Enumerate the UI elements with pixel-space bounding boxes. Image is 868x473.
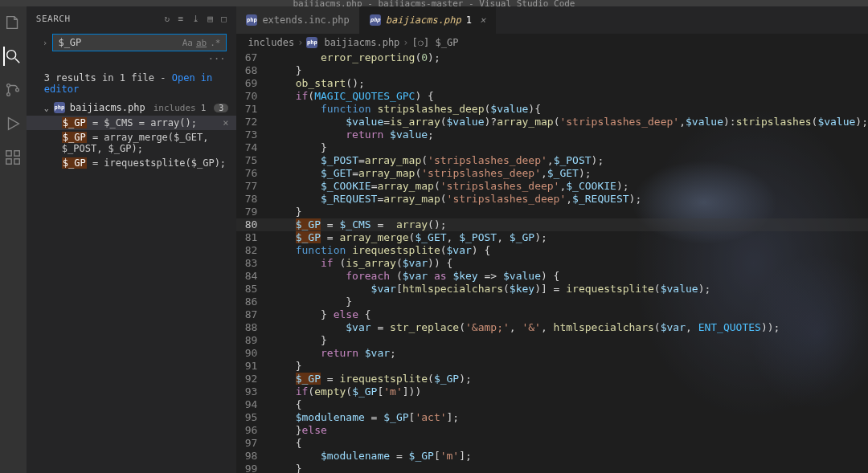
code-line[interactable]: 67 error_reporting(0); bbox=[236, 51, 868, 64]
line-number: 77 bbox=[236, 180, 270, 193]
line-number: 83 bbox=[236, 257, 270, 270]
code-line[interactable]: 72 $value=is_array($value)?array_map('st… bbox=[236, 116, 868, 128]
code-line[interactable]: 86 } bbox=[236, 296, 868, 308]
editor-tab[interactable]: phpextends.inc.php bbox=[236, 6, 359, 34]
code-content: } bbox=[270, 360, 301, 373]
chevron-right-icon: › bbox=[403, 37, 408, 48]
match-word-toggle[interactable]: ab bbox=[196, 38, 207, 48]
result-count-badge: 3 bbox=[214, 104, 228, 112]
search-result-line[interactable]: $_GP = irequestsplite($_GP); bbox=[27, 156, 237, 170]
code-line[interactable]: 68 } bbox=[236, 64, 868, 77]
chevron-right-icon[interactable]: › bbox=[43, 38, 48, 48]
code-line[interactable]: 90 return $var; bbox=[236, 347, 868, 360]
line-number: 86 bbox=[236, 296, 270, 308]
editor-tab[interactable]: phpbaijiacms.php 1× bbox=[360, 6, 496, 34]
source-control-icon[interactable] bbox=[3, 80, 23, 100]
code-content: $modulename = $_GP['m']; bbox=[270, 450, 471, 463]
code-content: }else bbox=[270, 424, 326, 437]
svg-rect-9 bbox=[14, 159, 19, 164]
line-number: 87 bbox=[236, 308, 270, 321]
code-content: $modulename = $_GP['act']; bbox=[270, 411, 459, 424]
code-line[interactable]: 94 { bbox=[236, 398, 868, 411]
search-result-line[interactable]: $_GP = $_CMS = array();× bbox=[27, 116, 237, 130]
svg-rect-6 bbox=[6, 151, 11, 156]
code-line[interactable]: 75 $_POST=array_map('stripslashes_deep',… bbox=[236, 154, 868, 167]
code-line[interactable]: 69 ob_start(); bbox=[236, 77, 868, 90]
code-line[interactable]: 78 $_REQUEST=array_map('stripslashes_dee… bbox=[236, 193, 868, 206]
line-number: 84 bbox=[236, 270, 270, 283]
dismiss-icon[interactable]: × bbox=[223, 117, 228, 128]
code-line[interactable]: 82 function irequestsplite($var) { bbox=[236, 244, 868, 257]
files-icon[interactable] bbox=[3, 13, 23, 32]
svg-line-1 bbox=[15, 59, 20, 63]
match-case-toggle[interactable]: Aa bbox=[182, 38, 193, 48]
code-line[interactable]: 85 $var[htmlspecialchars($key)] = ireque… bbox=[236, 283, 868, 296]
tab-bar: phpextends.inc.phpphpbaijiacms.php 1× bbox=[236, 6, 868, 34]
line-number: 96 bbox=[236, 424, 270, 437]
code-content: $var[htmlspecialchars($key)] = irequests… bbox=[270, 283, 710, 296]
search-icon[interactable] bbox=[3, 47, 23, 66]
line-number: 95 bbox=[236, 411, 270, 424]
code-content: if (is_array($var)) { bbox=[270, 257, 452, 270]
line-number: 93 bbox=[236, 385, 270, 398]
refresh-icon[interactable]: ↻ bbox=[164, 14, 170, 24]
svg-rect-7 bbox=[14, 151, 19, 156]
breadcrumb-item[interactable]: baijiacms.php bbox=[324, 37, 399, 48]
breadcrumb-item[interactable]: [❍] $_GP bbox=[412, 37, 459, 48]
code-line[interactable]: 92 $_GP = irequestsplite($_GP); bbox=[236, 373, 868, 385]
view-icon[interactable]: ▤ bbox=[207, 14, 213, 24]
code-content: error_reporting(0); bbox=[270, 51, 440, 64]
extensions-icon[interactable] bbox=[3, 148, 23, 167]
line-number: 79 bbox=[236, 206, 270, 218]
debug-icon[interactable] bbox=[3, 114, 23, 133]
code-content: $_POST=array_map('stripslashes_deep',$_P… bbox=[270, 154, 604, 167]
svg-point-2 bbox=[7, 84, 10, 88]
line-number: 74 bbox=[236, 141, 270, 154]
regex-toggle[interactable]: .* bbox=[210, 38, 220, 48]
code-line[interactable]: 98 $modulename = $_GP['m']; bbox=[236, 450, 868, 463]
code-line[interactable]: 71 function stripslashes_deep($value){ bbox=[236, 103, 868, 116]
code-content: $_GP = irequestsplite($_GP); bbox=[270, 373, 471, 385]
code-line[interactable]: 87 } else { bbox=[236, 308, 868, 321]
code-line[interactable]: 89 } bbox=[236, 334, 868, 347]
code-line[interactable]: 76 $_GET=array_map('stripslashes_deep',$… bbox=[236, 167, 868, 180]
code-line[interactable]: 84 foreach ($var as $key => $value) { bbox=[236, 270, 868, 283]
code-editor[interactable]: 67 error_reporting(0);68 }69 ob_start();… bbox=[236, 51, 868, 473]
result-file-name: baijiacms.php bbox=[70, 102, 145, 113]
breadcrumb[interactable]: includes›phpbaijiacms.php›[❍] $_GP bbox=[236, 34, 868, 51]
code-line[interactable]: 70 if(MAGIC_QUOTES_GPC) { bbox=[236, 90, 868, 103]
line-number: 75 bbox=[236, 154, 270, 167]
php-file-icon: php bbox=[54, 102, 65, 113]
collapse-icon[interactable]: ⤓ bbox=[192, 14, 200, 24]
clear-icon[interactable]: ≡ bbox=[178, 14, 184, 24]
code-line[interactable]: 97 { bbox=[236, 437, 868, 450]
breadcrumb-item[interactable]: includes bbox=[248, 37, 294, 48]
code-line[interactable]: 81 $_GP = array_merge($_GET, $_POST, $_G… bbox=[236, 231, 868, 244]
code-line[interactable]: 95 $modulename = $_GP['act']; bbox=[236, 411, 868, 424]
code-line[interactable]: 80 $_GP = $_CMS = array(); bbox=[236, 218, 868, 231]
code-line[interactable]: 93 if(empty($_GP['m'])) bbox=[236, 385, 868, 398]
new-editor-icon[interactable]: □ bbox=[221, 14, 227, 24]
line-number: 67 bbox=[236, 51, 270, 64]
code-line[interactable]: 73 return $value; bbox=[236, 128, 868, 141]
search-result-line[interactable]: $_GP = array_merge($_GET, $_POST, $_GP); bbox=[27, 130, 237, 156]
sidebar-title: SEARCH bbox=[36, 14, 71, 24]
php-file-icon: php bbox=[306, 37, 317, 48]
code-content: $_GP = $_CMS = array(); bbox=[270, 218, 446, 231]
result-file-path: includes bbox=[154, 103, 196, 113]
result-file[interactable]: ⌄ php baijiacms.php includes 1 3 bbox=[27, 100, 237, 116]
line-number: 80 bbox=[236, 218, 270, 231]
code-line[interactable]: 91 } bbox=[236, 360, 868, 373]
code-line[interactable]: 96 }else bbox=[236, 424, 868, 437]
tab-label: baijiacms.php bbox=[386, 14, 461, 26]
more-icon[interactable]: ··· bbox=[27, 53, 237, 67]
close-icon[interactable]: × bbox=[480, 14, 485, 26]
chevron-right-icon: › bbox=[297, 37, 303, 48]
code-line[interactable]: 88 $var = str_replace('&amp;', '&', html… bbox=[236, 321, 868, 334]
code-line[interactable]: 79 } bbox=[236, 206, 868, 218]
code-content: $var = str_replace('&amp;', '&', htmlspe… bbox=[270, 321, 780, 334]
code-line[interactable]: 77 $_COOKIE=array_map('stripslashes_deep… bbox=[236, 180, 868, 193]
code-line[interactable]: 99 } bbox=[236, 463, 868, 473]
code-line[interactable]: 74 } bbox=[236, 141, 868, 154]
code-line[interactable]: 83 if (is_array($var)) { bbox=[236, 257, 868, 270]
